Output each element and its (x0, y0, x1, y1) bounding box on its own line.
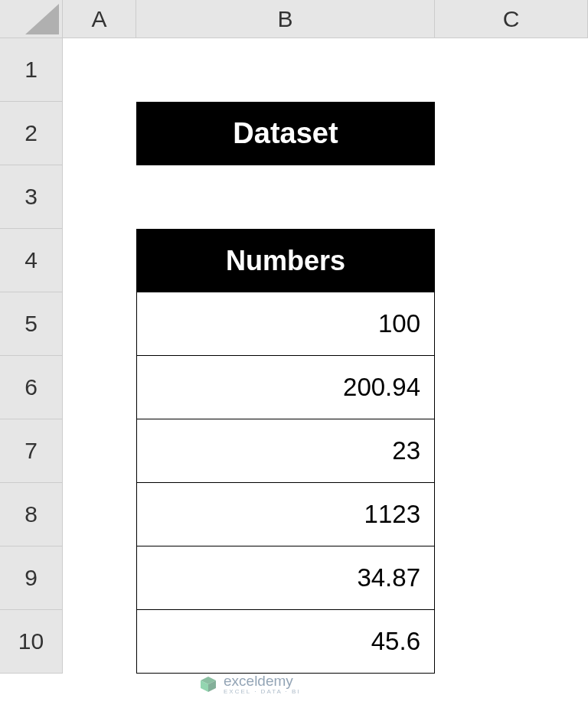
cell-A3[interactable] (63, 165, 136, 229)
cell-A10[interactable] (63, 610, 136, 674)
cell-B1[interactable] (136, 38, 435, 102)
number-value: 23 (136, 419, 435, 483)
row-header-4[interactable]: 4 (0, 229, 63, 292)
cell-C9[interactable] (435, 546, 588, 610)
col-header-C[interactable]: C (435, 0, 588, 38)
number-value: 45.6 (136, 610, 435, 674)
cell-C8[interactable] (435, 483, 588, 546)
number-value: 1123 (136, 483, 435, 546)
cell-B10[interactable]: 45.6 (136, 610, 435, 674)
cell-A9[interactable] (63, 546, 136, 610)
cell-C2[interactable] (435, 102, 588, 165)
cell-A7[interactable] (63, 419, 136, 483)
cell-C5[interactable] (435, 292, 588, 356)
row-header-10[interactable]: 10 (0, 610, 63, 674)
watermark: exceldemy EXCEL · DATA · BI (199, 673, 301, 695)
cell-C3[interactable] (435, 165, 588, 229)
cell-A8[interactable] (63, 483, 136, 546)
row-header-6[interactable]: 6 (0, 356, 63, 419)
cell-B8[interactable]: 1123 (136, 483, 435, 546)
svg-marker-0 (25, 4, 59, 34)
number-value: 200.94 (136, 356, 435, 419)
cell-A4[interactable] (63, 229, 136, 292)
watermark-sub: EXCEL · DATA · BI (224, 688, 301, 695)
cell-C1[interactable] (435, 38, 588, 102)
col-header-A[interactable]: A (63, 0, 136, 38)
row-header-5[interactable]: 5 (0, 292, 63, 356)
cell-B4[interactable]: Numbers (136, 229, 435, 292)
cell-B3[interactable] (136, 165, 435, 229)
cell-A6[interactable] (63, 356, 136, 419)
cell-B2[interactable]: Dataset (136, 102, 435, 165)
number-value: 100 (136, 292, 435, 356)
select-all-triangle-icon (25, 4, 59, 34)
row-header-7[interactable]: 7 (0, 419, 63, 483)
cell-C10[interactable] (435, 610, 588, 674)
cell-A5[interactable] (63, 292, 136, 356)
row-header-8[interactable]: 8 (0, 483, 63, 546)
select-all-corner[interactable] (0, 0, 63, 38)
dataset-title: Dataset (136, 102, 435, 165)
row-header-3[interactable]: 3 (0, 165, 63, 229)
cell-A1[interactable] (63, 38, 136, 102)
cell-B5[interactable]: 100 (136, 292, 435, 356)
cell-B6[interactable]: 200.94 (136, 356, 435, 419)
number-value: 34.87 (136, 546, 435, 610)
cube-icon (199, 675, 217, 693)
cell-B9[interactable]: 34.87 (136, 546, 435, 610)
cell-C7[interactable] (435, 419, 588, 483)
numbers-column-header: Numbers (136, 229, 435, 292)
cell-C4[interactable] (435, 229, 588, 292)
cell-A2[interactable] (63, 102, 136, 165)
col-header-B[interactable]: B (136, 0, 435, 38)
row-header-2[interactable]: 2 (0, 102, 63, 165)
watermark-name: exceldemy (224, 673, 293, 689)
row-header-1[interactable]: 1 (0, 38, 63, 102)
row-header-9[interactable]: 9 (0, 546, 63, 610)
cell-B7[interactable]: 23 (136, 419, 435, 483)
cell-C6[interactable] (435, 356, 588, 419)
spreadsheet-grid: A B C 1 2 3 4 5 6 7 8 9 10 Dataset Numbe… (0, 0, 588, 674)
